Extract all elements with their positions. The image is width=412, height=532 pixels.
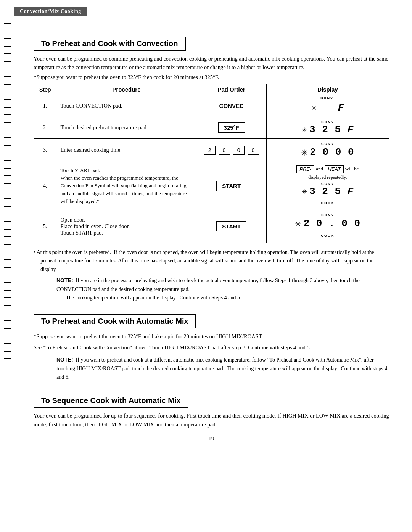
section3-title: To Sequence Cook with Automatic Mix bbox=[34, 394, 188, 408]
pad-start-5[interactable]: START bbox=[216, 221, 246, 231]
sidebar-tick bbox=[4, 53, 11, 54]
section1-suppose: *Suppose you want to preheat the oven to… bbox=[34, 74, 389, 80]
conv-label-3: CONV bbox=[321, 142, 334, 146]
sidebar-tick bbox=[4, 259, 11, 260]
display-f-1: F bbox=[319, 102, 344, 114]
table-row: 1. Touch CONVECTION pad. CONVEC CONV bbox=[34, 95, 389, 117]
sidebar-tick bbox=[4, 23, 11, 24]
sidebar-tick bbox=[4, 99, 11, 100]
notes-section-2: NOTE: If you wish to preheat and cook at… bbox=[34, 355, 389, 381]
display-cell: CONV ✳ F bbox=[266, 95, 389, 117]
pad-0c[interactable]: 0 bbox=[248, 146, 259, 155]
section2-suppose2: See "To Preheat and Cook with Convection… bbox=[34, 343, 389, 352]
conv-label-2: CONV bbox=[321, 120, 334, 124]
display-325f-cook: 3 2 5 F bbox=[309, 186, 354, 197]
sidebar-tick bbox=[4, 343, 11, 344]
col-padorder: Pad Order bbox=[196, 84, 266, 95]
fan-icon-4: ✳ bbox=[302, 186, 308, 197]
display-convec-f: CONV ✳ F bbox=[270, 98, 385, 114]
header-label: Convection/Mix Cooking bbox=[14, 7, 87, 16]
step-num: 1. bbox=[34, 95, 56, 117]
step-num: 3. bbox=[34, 138, 56, 162]
cook-label-4: COOK bbox=[321, 201, 334, 205]
step-num: 2. bbox=[34, 117, 56, 138]
display-pre-heat: PRE- and HEAT will be displayed repeated… bbox=[270, 165, 385, 207]
sidebar-tick bbox=[4, 313, 11, 313]
fan-icon-3: ✳ bbox=[301, 146, 308, 159]
sidebar-tick bbox=[4, 61, 11, 62]
sidebar-tick bbox=[4, 38, 11, 39]
sidebar-tick bbox=[4, 267, 11, 268]
table-row: 4. Touch START pad. When the oven reache… bbox=[34, 162, 389, 210]
section-preheat-convection: To Preheat and Cook with Convection Your… bbox=[34, 30, 389, 243]
sidebar-decoration bbox=[0, 0, 14, 532]
note-1-bullet: • At this point the oven is preheated. I… bbox=[34, 248, 389, 274]
cook-label-5: COOK bbox=[321, 234, 334, 238]
sidebar-tick bbox=[4, 114, 11, 115]
procedure-text: Touch CONVECTION pad. bbox=[56, 95, 196, 117]
display-20-00: 2 0 . 0 0 bbox=[304, 218, 360, 229]
sidebar-tick bbox=[4, 160, 11, 161]
sidebar-tick bbox=[4, 328, 11, 329]
page-number: 19 bbox=[34, 436, 389, 442]
note-label: NOTE: bbox=[56, 277, 73, 283]
pad-order-cell: 325°F bbox=[196, 117, 266, 138]
table-row: 3. Enter desired cooking time. 2 0 0 0 bbox=[34, 138, 389, 162]
note-2: NOTE: If you wish to preheat and cook at… bbox=[34, 355, 389, 381]
page: Convection/Mix Cooking To Preheat and Co… bbox=[0, 0, 412, 532]
display-conv-20-00: CONV ✳ 2 0 . 0 0 COOK bbox=[270, 213, 385, 239]
sidebar-tick bbox=[4, 358, 11, 359]
sidebar-tick bbox=[4, 153, 11, 153]
procedure-text: Touch desired preheat temperature pad. bbox=[56, 117, 196, 138]
steps-table: Step Procedure Pad Order Display 1. Touc… bbox=[34, 84, 389, 243]
sidebar-tick bbox=[4, 183, 11, 184]
table-row: 5. Open door. Place food in oven. Close … bbox=[34, 210, 389, 243]
pre-label: PRE- bbox=[296, 165, 314, 173]
displayed-repeatedly: displayed repeatedly. bbox=[308, 175, 347, 180]
procedure-text: Touch START pad. When the oven reaches t… bbox=[56, 162, 196, 210]
col-display: Display bbox=[266, 84, 389, 95]
pad-convec[interactable]: CONVEC bbox=[214, 101, 249, 111]
pad-order-cell: CONVEC bbox=[196, 95, 266, 117]
fan-icon-2: ✳ bbox=[302, 124, 308, 135]
sidebar-tick bbox=[4, 282, 11, 283]
pad-0a[interactable]: 0 bbox=[219, 146, 230, 155]
sidebar-tick bbox=[4, 92, 11, 92]
sidebar-tick bbox=[4, 76, 11, 77]
pad-2[interactable]: 2 bbox=[204, 146, 216, 155]
col-step: Step bbox=[34, 84, 56, 95]
sidebar-tick bbox=[4, 130, 11, 130]
conv-label-4: CONV bbox=[321, 182, 334, 186]
sidebar-tick bbox=[4, 252, 11, 252]
fan-icon-1: ✳ bbox=[311, 102, 317, 113]
section1-intro: Your oven can be programmed to combine p… bbox=[34, 55, 389, 72]
will-be-label: will be bbox=[345, 166, 359, 172]
pad-325f[interactable]: 325°F bbox=[218, 122, 245, 133]
display-325f: 3 2 5 F bbox=[309, 124, 354, 135]
display-conv-325f-cook: CONV ✳ 3 2 5 F COOK bbox=[302, 182, 354, 207]
fan-icon-5: ✳ bbox=[295, 217, 302, 230]
sidebar-tick bbox=[4, 137, 11, 138]
sidebar-tick bbox=[4, 69, 11, 69]
pad-order-cell: START bbox=[196, 210, 266, 243]
sidebar-tick bbox=[4, 244, 11, 245]
sidebar-tick bbox=[4, 305, 11, 306]
step-num: 4. bbox=[34, 162, 56, 210]
display-conv-325f: CONV ✳ 3 2 5 F bbox=[270, 120, 385, 135]
display-2000: 2 0 0 0 bbox=[310, 146, 354, 158]
sidebar-tick bbox=[4, 168, 11, 169]
page-header-bar: Convection/Mix Cooking bbox=[0, 7, 412, 16]
sidebar-tick bbox=[4, 336, 11, 336]
sidebar-tick bbox=[4, 84, 11, 85]
section1-title: To Preheat and Cook with Convection bbox=[34, 37, 186, 51]
section2-suppose1: *Suppose you want to preheat the oven to… bbox=[34, 332, 389, 341]
step-num: 5. bbox=[34, 210, 56, 243]
section2-title: To Preheat and Cook with Automatic Mix bbox=[34, 314, 196, 328]
display-cell: PRE- and HEAT will be displayed repeated… bbox=[266, 162, 389, 210]
pad-order-cell: START bbox=[196, 162, 266, 210]
conv-label-1: CONV bbox=[320, 96, 333, 100]
pad-start-4[interactable]: START bbox=[216, 181, 246, 191]
pad-0b[interactable]: 0 bbox=[233, 146, 245, 155]
sidebar-tick bbox=[4, 221, 11, 222]
display-cell: CONV ✳ 2 0 . 0 0 COOK bbox=[266, 210, 389, 243]
